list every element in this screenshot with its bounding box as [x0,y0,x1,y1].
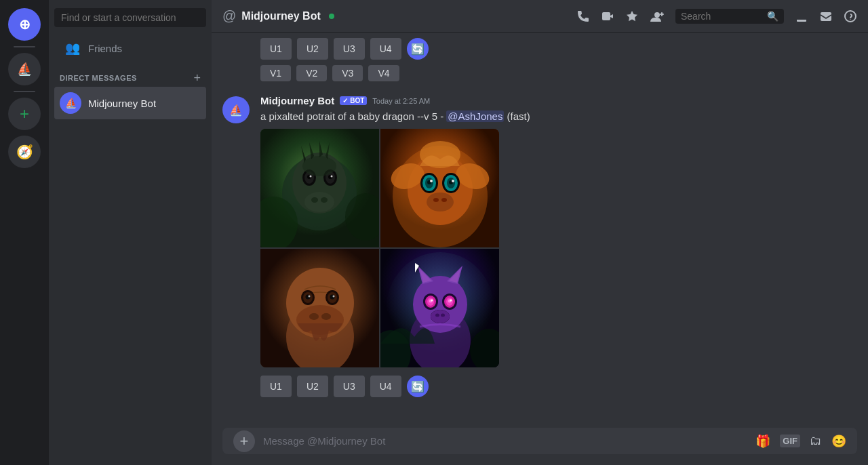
friends-label: Friends [88,43,122,54]
channel-header: @ Midjourney Bot 🔍 [212,0,868,33]
v4-button-top[interactable]: V4 [368,65,399,81]
message-header: Midjourney Bot ✓ BOT Today at 2:25 AM [260,95,857,106]
download-button[interactable] [795,9,808,23]
message-input-area: + 🎁 GIF 🗂 😊 [212,428,868,465]
midjourney-bot-avatar: ⛵ [222,96,250,123]
dragon-image-top-right[interactable] [380,129,499,247]
refresh-button-bottom[interactable]: 🔄 [407,376,429,397]
v2-button-top[interactable]: V2 [296,65,327,81]
direct-messages-section: DIRECT MESSAGES + [49,61,212,87]
refresh-button-top[interactable]: 🔄 [407,38,429,60]
inbox-button[interactable] [819,9,833,23]
bot-label: BOT [350,97,364,104]
call-button[interactable] [576,9,590,23]
add-server-button[interactable]: + [8,98,41,130]
svg-point-12 [331,176,333,178]
plus-icon-input: + [240,432,249,450]
search-field[interactable] [681,11,763,22]
svg-point-69 [450,300,452,302]
svg-point-1 [845,11,856,22]
dragon-image-top-left[interactable] [260,129,379,247]
discord-home-button[interactable]: ⊕ [8,8,41,41]
app-container: ⊕ ⛵ + 🧭 👥 Friends DIRECT MESSAGES + [0,0,868,465]
add-friend-button[interactable] [650,9,665,23]
input-right-icons: 🎁 GIF 🗂 😊 [755,434,846,449]
dragon-image-bot-left[interactable] [260,249,379,367]
sidebar-search-area [49,0,212,35]
u3-button-top[interactable]: U3 [334,38,365,60]
online-status-indicator [329,14,334,19]
add-attachment-button[interactable]: + [233,430,255,452]
svg-point-15 [311,197,318,203]
help-button[interactable] [844,9,857,23]
svg-point-34 [452,180,454,182]
bot-avatar-icon: ⛵ [229,104,243,117]
svg-point-44 [309,296,311,298]
svg-point-13 [302,156,336,176]
plus-icon: + [20,104,29,123]
upscale-variation-row-top: U1 U2 U3 U4 🔄 [260,38,857,60]
u1-button-top[interactable]: U1 [260,38,292,60]
video-call-button[interactable] [601,9,614,23]
svg-point-37 [441,198,447,202]
gif-button[interactable]: GIF [780,434,800,447]
dm-section-label: DIRECT MESSAGES [60,74,137,82]
svg-point-16 [321,197,328,203]
variation-row-top: V1 V2 V3 V4 [260,65,857,81]
previous-action-buttons: U1 U2 U3 U4 🔄 V1 V2 V3 V4 [212,33,868,84]
v1-button-top[interactable]: V1 [260,65,291,81]
message-body: Midjourney Bot ✓ BOT Today at 2:25 AM a … [260,95,857,400]
dm-name: Midjourney Bot [88,98,156,109]
v3-button-top[interactable]: V3 [332,65,363,81]
svg-point-73 [441,314,445,317]
message-suffix: (fast) [507,110,530,122]
search-icon: 🔍 [767,11,778,22]
boost-icon[interactable] [625,9,639,23]
messages-area[interactable]: U1 U2 U3 U4 🔄 V1 V2 V3 V4 ⛵ [212,33,868,428]
svg-point-29 [430,180,433,182]
message-timestamp: Today at 2:25 AM [372,97,430,105]
message-text: a pixalted potrait of a baby dragon --v … [260,109,857,123]
emoji-button[interactable]: 😊 [831,434,846,449]
svg-point-14 [304,192,334,212]
explore-servers-button[interactable]: 🧭 [8,136,41,168]
dm-item-midjourney[interactable]: ⛵ Midjourney Bot [54,87,206,119]
svg-point-64 [431,300,433,302]
gift-icon[interactable]: 🎁 [755,434,770,449]
mention-ashJones[interactable]: @AshJones [446,110,504,122]
midjourney-avatar: ⛵ [60,92,81,114]
message-text-content: a pixalted potrait of a baby dragon --v … [260,110,443,122]
search-input[interactable] [54,8,206,27]
svg-point-50 [309,313,319,320]
message-input-field[interactable] [263,428,747,454]
dragon-image-grid[interactable] [260,129,499,367]
channel-header-left: @ Midjourney Bot [222,8,334,24]
avatar-letter: ⛵ [65,98,77,108]
message-author-name: Midjourney Bot [260,95,334,106]
sticker-button[interactable]: 🗂 [810,434,822,448]
server-icon-boat[interactable]: ⛵ [8,53,41,85]
svg-point-48 [333,296,335,298]
u3-button[interactable]: U3 [334,376,365,397]
icon-bar-divider-2 [14,91,35,92]
checkmark-icon: ✓ [342,97,348,104]
main-content: @ Midjourney Bot 🔍 [212,0,868,465]
message-midjourney: ⛵ Midjourney Bot ✓ BOT Today at 2:25 AM … [212,84,868,403]
u2-button-top[interactable]: U2 [297,38,328,60]
boat-server-icon: ⛵ [14,58,35,80]
svg-point-71 [431,310,450,323]
friends-nav-item[interactable]: 👥 Friends [54,35,206,61]
u4-button-top[interactable]: U4 [370,38,401,60]
friends-icon: 👥 [65,41,80,56]
u1-button[interactable]: U1 [260,376,292,397]
discord-logo-icon: ⊕ [19,16,31,33]
channel-name: Midjourney Bot [241,10,320,22]
search-bar: 🔍 [675,9,784,24]
at-symbol-icon: @ [222,8,236,24]
sidebar: 👥 Friends DIRECT MESSAGES + ⛵ Midjourney… [49,0,212,465]
add-dm-button[interactable]: + [193,72,201,84]
dragon-image-bot-right[interactable] [380,249,499,367]
u4-button[interactable]: U4 [370,376,401,397]
u2-button[interactable]: U2 [297,376,328,397]
svg-point-72 [435,314,439,317]
